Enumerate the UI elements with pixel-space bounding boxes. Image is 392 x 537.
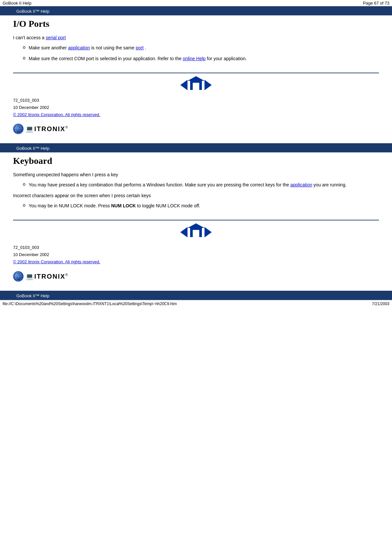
bullet-1: o (23, 44, 25, 50)
keyboard-list-content-2: You may be in NUM LOCK mode. Press NUM L… (29, 202, 200, 209)
doc-date-1: 10 December 2002 (13, 104, 379, 111)
copyright-link-2[interactable]: © 2002 Itronix Corporation. All rights r… (13, 259, 100, 264)
io-ports-list-content-1: Make sure another application is not usi… (29, 44, 146, 51)
logo-text-1: 💻ITRONIX® (25, 125, 69, 133)
footer-doc-id-2: 72_0103_003 10 December 2002 © 2002 Itro… (13, 244, 379, 266)
back-arrow-1[interactable] (180, 80, 188, 90)
io-ports-intro-text: I can't access a (13, 35, 46, 40)
app-title: GoBook II Help (3, 1, 31, 6)
io-ports-list-item-2: o Make sure the correct COM port is sele… (13, 55, 379, 62)
section2-header-label: GoBook II™ Help (16, 146, 49, 151)
keyboard-list-item-2: o You may be in NUM LOCK mode. Press NUM… (13, 202, 379, 209)
keyboard-title: Keyboard (13, 156, 379, 166)
status-date: 7/21/2003 (372, 302, 389, 306)
home-button-2[interactable] (190, 227, 202, 237)
page-info: Page 67 of 73 (363, 1, 389, 6)
doc-id-2: 72_0103_003 (13, 244, 379, 251)
io-ports-title: I/O Ports (13, 19, 379, 29)
forward-arrow-1[interactable] (204, 80, 212, 90)
footer-1: 72_0103_003 10 December 2002 © 2002 Itro… (0, 97, 392, 143)
bullet-k2: o (23, 202, 25, 208)
logo-globe-1 (13, 124, 24, 134)
footer-doc-id-1: 72_0103_003 10 December 2002 © 2002 Itro… (13, 97, 379, 118)
logo-globe-2 (13, 271, 24, 282)
top-bar: GoBook II Help Page 67 of 73 (0, 0, 392, 6)
application-link-2[interactable]: application (290, 182, 312, 187)
back-arrow-2[interactable] (180, 227, 188, 237)
nav-arrows-2 (0, 227, 392, 237)
doc-date-2: 10 December 2002 (13, 251, 379, 258)
home-button-1[interactable] (190, 80, 202, 90)
section3-header-label: GoBook II™ Help (16, 293, 49, 298)
copyright-link-1[interactable]: © 2002 Itronix Corporation. All rights r… (13, 112, 100, 117)
divider-1 (13, 73, 379, 73)
port-link-1[interactable]: port (136, 45, 143, 50)
divider-2 (13, 220, 379, 220)
keyboard-list-content-1: You may have pressed a key combination t… (29, 182, 347, 188)
io-ports-list-content-2: Make sure the correct COM port is select… (29, 55, 247, 62)
keyboard-intro-1: Something unexpected happens when I pres… (13, 171, 379, 178)
bullet-k1: o (23, 182, 25, 187)
keyboard-list-item-1: o You may have pressed a key combination… (13, 182, 379, 188)
serial-port-link[interactable]: serial port (46, 35, 66, 40)
forward-arrow-2[interactable] (204, 227, 212, 237)
itronix-logo-1: 💻ITRONIX® (13, 122, 379, 135)
bullet-2: o (23, 55, 25, 61)
file-path: file://C:\Documents%20and%20Settings\har… (3, 302, 177, 306)
application-link-1[interactable]: application (68, 45, 90, 50)
io-ports-list-item-1: o Make sure another application is not u… (13, 44, 379, 51)
section-io-ports: I/O Ports I can't access a serial port o… (0, 15, 392, 73)
section1-header-label: GoBook II™ Help (16, 9, 49, 14)
section-keyboard: Keyboard Something unexpected happens wh… (0, 152, 392, 220)
io-ports-intro: I can't access a serial port (13, 34, 379, 41)
keyboard-intro-2: Incorrect characters appear on the scree… (13, 192, 379, 199)
online-help-link-1[interactable]: online Help (183, 56, 205, 61)
logo-text-2: 💻ITRONIX® (25, 272, 69, 280)
nav-arrows-1 (0, 80, 392, 90)
doc-id-1: 72_0103_003 (13, 97, 379, 104)
status-bar: file://C:\Documents%20and%20Settings\har… (0, 300, 392, 307)
footer-2: 72_0103_003 10 December 2002 © 2002 Itro… (0, 244, 392, 290)
itronix-logo-2: 💻ITRONIX® (13, 270, 379, 283)
num-lock-text: NUM LOCK (111, 203, 136, 208)
